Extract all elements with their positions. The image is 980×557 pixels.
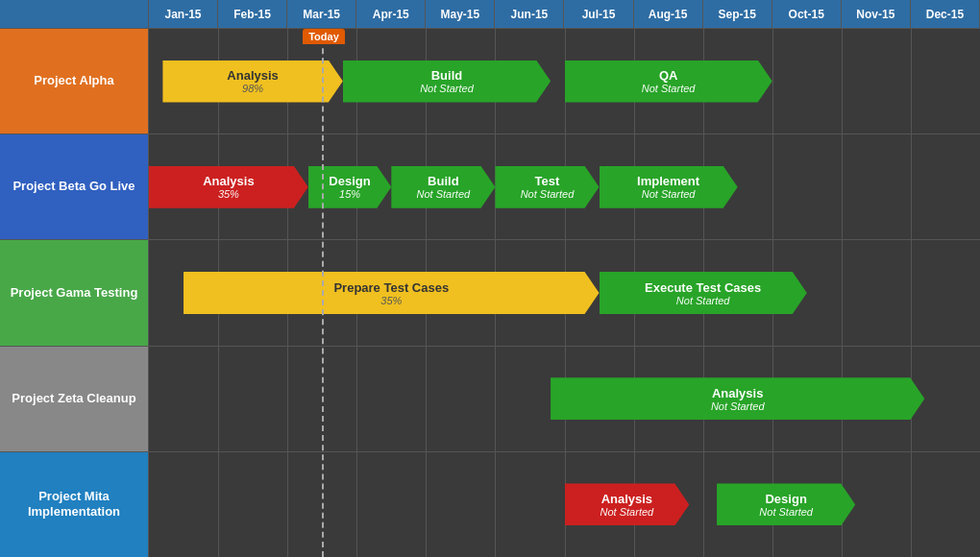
header-month-2: Mar-15 [287,0,356,28]
bar-label-1-2: Build [428,174,459,188]
gantt-row-4: Project Mita ImplementationAnalysisNot S… [0,452,980,557]
bar-sub-1-4: Not Started [642,188,696,200]
bar-label-0-1: Build [431,68,463,83]
gantt-row-0: Project AlphaAnalysis98%BuildNot Started… [0,29,980,134]
month-grid-11 [911,134,912,239]
bar-sub-1-1: 15% [339,188,360,200]
month-grid-1 [218,347,219,451]
bar-sub-2-0: 35% [380,295,402,306]
timeline-cell-3: AnalysisNot Started [149,347,980,451]
gantt-chart: Jan-15Feb-15Mar-15Apr-15May-15Jun-15Jul-… [0,0,980,557]
bar-label-4-0: Analysis [601,492,652,506]
month-grid-3 [356,452,357,557]
bar-2-0: Prepare Test Cases35% [184,272,600,314]
bar-1-2: BuildNot Started [391,166,495,208]
header-months: Jan-15Feb-15Mar-15Apr-15May-15Jun-15Jul-… [149,0,980,28]
bar-1-3: TestNot Started [495,166,599,208]
header-month-7: Aug-15 [634,0,703,28]
project-cell-3: Project Zeta Cleanup [0,347,149,451]
rows-area: TodayProject AlphaAnalysis98%BuildNot St… [0,29,980,557]
header-project-label [0,0,149,28]
month-grid-10 [842,240,843,345]
bar-1-4: ImplementNot Started [600,166,738,208]
month-grid-2 [287,347,288,451]
bar-sub-4-0: Not Started [600,506,654,518]
month-grid-4 [426,347,427,451]
bar-sub-1-3: Not Started [521,188,575,200]
header-month-9: Oct-15 [772,0,842,28]
project-cell-4: Project Mita Implementation [0,452,149,557]
project-cell-1: Project Beta Go Live [0,134,149,239]
bar-label-1-3: Test [535,174,560,188]
month-grid-4 [426,452,427,557]
header-month-11: Dec-15 [911,0,980,28]
bar-label-2-0: Prepare Test Cases [333,280,449,295]
project-cell-0: Project Alpha [0,29,149,133]
timeline-cell-1: Analysis35%Design15%BuildNot StartedTest… [149,134,980,239]
bar-sub-0-2: Not Started [642,83,696,94]
bar-3-0: AnalysisNot Started [551,377,924,420]
bar-sub-3-0: Not Started [711,400,765,412]
bar-label-2-1: Execute Test Cases [645,280,761,295]
header-month-10: Nov-15 [842,0,911,28]
header-month-1: Feb-15 [218,0,287,28]
bar-sub-2-1: Not Started [676,295,730,306]
bar-label-1-1: Design [329,174,370,188]
month-grid-8 [703,452,704,557]
bar-sub-1-0: 35% [218,188,239,200]
bar-sub-1-2: Not Started [417,188,471,200]
bar-0-1: BuildNot Started [343,61,551,103]
bar-label-1-0: Analysis [203,174,254,188]
bar-4-1: DesignNot Started [717,483,855,525]
month-grid-10 [842,29,843,133]
today-label: Today [303,29,345,44]
timeline-cell-2: Prepare Test Cases35%Execute Test CasesN… [149,240,980,345]
bar-label-1-4: Implement [637,174,699,188]
month-grid-9 [772,29,773,133]
bar-label-0-2: QA [659,68,678,83]
month-grid-11 [911,240,912,345]
header-month-8: Sep-15 [703,0,772,28]
bar-label-3-0: Analysis [712,386,763,400]
header-month-3: Apr-15 [356,0,426,28]
bar-label-4-1: Design [765,492,806,506]
month-grid-5 [495,452,496,557]
header-month-4: May-15 [426,0,495,28]
header-month-0: Jan-15 [149,0,218,28]
bar-2-1: Execute Test CasesNot Started [600,272,807,314]
header-month-6: Jul-15 [564,0,633,28]
bar-4-0: AnalysisNot Started [565,483,690,525]
timeline-cell-0: Analysis98%BuildNot StartedQANot Started [149,29,980,133]
header-row: Jan-15Feb-15Mar-15Apr-15May-15Jun-15Jul-… [0,0,980,29]
gantt-row-1: Project Beta Go LiveAnalysis35%Design15%… [0,134,980,240]
bar-label-0-0: Analysis [227,68,278,83]
header-month-5: Jun-15 [495,0,564,28]
bar-0-2: QANot Started [565,61,772,103]
month-grid-3 [356,347,357,451]
bar-sub-4-1: Not Started [759,506,813,518]
month-grid-1 [218,452,219,557]
month-grid-9 [772,134,773,239]
bar-sub-0-0: 98% [242,83,263,94]
bar-1-1: Design15% [308,166,392,208]
bar-sub-0-1: Not Started [420,83,474,94]
month-grid-10 [842,134,843,239]
gantt-row-2: Project Gama TestingPrepare Test Cases35… [0,240,980,346]
bar-1-0: Analysis35% [149,166,308,208]
month-grid-11 [911,452,912,557]
bar-0-0: Analysis98% [162,61,342,103]
month-grid-11 [911,29,912,133]
timeline-cell-4: AnalysisNot StartedDesignNot Started [149,452,980,557]
gantt-row-3: Project Zeta CleanupAnalysisNot Started [0,347,980,452]
month-grid-5 [495,347,496,451]
project-cell-2: Project Gama Testing [0,240,149,345]
month-grid-2 [287,452,288,557]
